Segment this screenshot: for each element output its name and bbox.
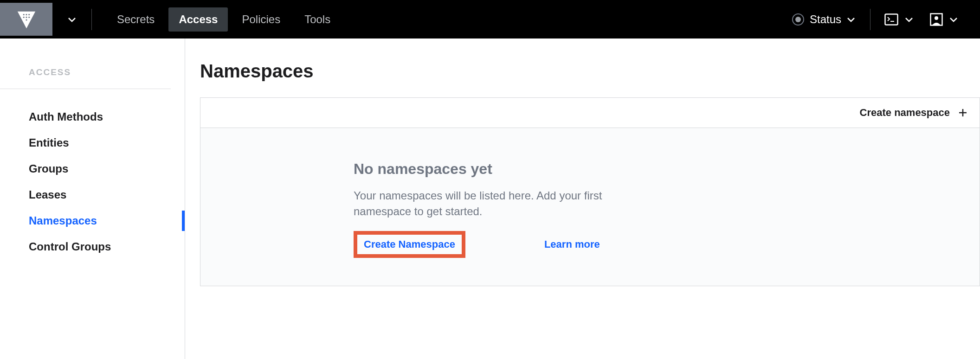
learn-more-link[interactable]: Learn more — [544, 238, 600, 250]
chevron-down-icon — [905, 17, 913, 22]
status-indicator-icon — [792, 13, 804, 26]
svg-point-1 — [23, 13, 24, 15]
chevron-down-icon — [847, 17, 855, 22]
empty-state-title: No namespaces yet — [354, 160, 980, 178]
vault-logo[interactable] — [0, 3, 52, 36]
svg-point-6 — [28, 16, 30, 18]
create-namespace-header-link[interactable]: Create namespace — [860, 107, 967, 119]
vault-logo-icon — [16, 9, 37, 30]
console-dropdown[interactable] — [876, 13, 922, 26]
svg-point-5 — [26, 16, 27, 18]
create-namespace-button[interactable]: Create Namespace — [364, 238, 455, 250]
nav-access[interactable]: Access — [168, 7, 228, 32]
svg-point-11 — [935, 16, 938, 20]
svg-point-3 — [28, 13, 30, 15]
create-namespace-header-label: Create namespace — [860, 107, 950, 119]
create-namespace-highlight: Create Namespace — [354, 231, 465, 258]
sidebar-heading: ACCESS — [0, 67, 171, 89]
user-icon — [930, 13, 943, 26]
sidebar-item-leases[interactable]: Leases — [0, 182, 185, 208]
nav-secrets[interactable]: Secrets — [107, 7, 165, 32]
sidebar-item-control-groups[interactable]: Control Groups — [0, 234, 185, 260]
sidebar: ACCESS Auth Methods Entities Groups Leas… — [0, 38, 185, 359]
terminal-icon — [884, 13, 898, 26]
nav-policies[interactable]: Policies — [232, 7, 290, 32]
namespaces-panel: Create namespace No namespaces yet Your … — [200, 97, 980, 286]
namespace-picker-dropdown[interactable] — [58, 0, 86, 38]
plus-icon — [958, 108, 967, 117]
status-dropdown[interactable]: Status — [783, 13, 864, 26]
primary-nav: Secrets Access Policies Tools — [107, 7, 341, 32]
status-label: Status — [810, 13, 841, 26]
page-title: Namespaces — [200, 61, 980, 82]
chevron-down-icon — [68, 17, 76, 22]
svg-rect-8 — [885, 14, 898, 25]
content-area: ACCESS Auth Methods Entities Groups Leas… — [0, 38, 980, 359]
empty-state: No namespaces yet Your namespaces will b… — [200, 128, 980, 286]
sidebar-item-namespaces[interactable]: Namespaces — [0, 208, 185, 234]
topbar-divider — [870, 9, 870, 30]
sidebar-item-auth-methods[interactable]: Auth Methods — [0, 104, 185, 130]
svg-point-2 — [26, 13, 27, 15]
top-navigation: Secrets Access Policies Tools Status — [0, 0, 980, 38]
topbar-right: Status — [783, 9, 980, 30]
topbar-divider — [91, 9, 92, 30]
svg-point-7 — [26, 19, 27, 20]
user-dropdown[interactable] — [922, 13, 966, 26]
chevron-down-icon — [949, 17, 958, 22]
panel-header: Create namespace — [200, 98, 980, 128]
svg-point-4 — [23, 16, 24, 18]
sidebar-item-entities[interactable]: Entities — [0, 130, 185, 156]
empty-state-description: Your namespaces will be listed here. Add… — [354, 188, 613, 219]
nav-tools[interactable]: Tools — [294, 7, 341, 32]
sidebar-item-groups[interactable]: Groups — [0, 156, 185, 182]
main-content: Namespaces Create namespace No namespace… — [185, 38, 980, 359]
empty-state-actions: Create Namespace Learn more — [354, 231, 980, 258]
